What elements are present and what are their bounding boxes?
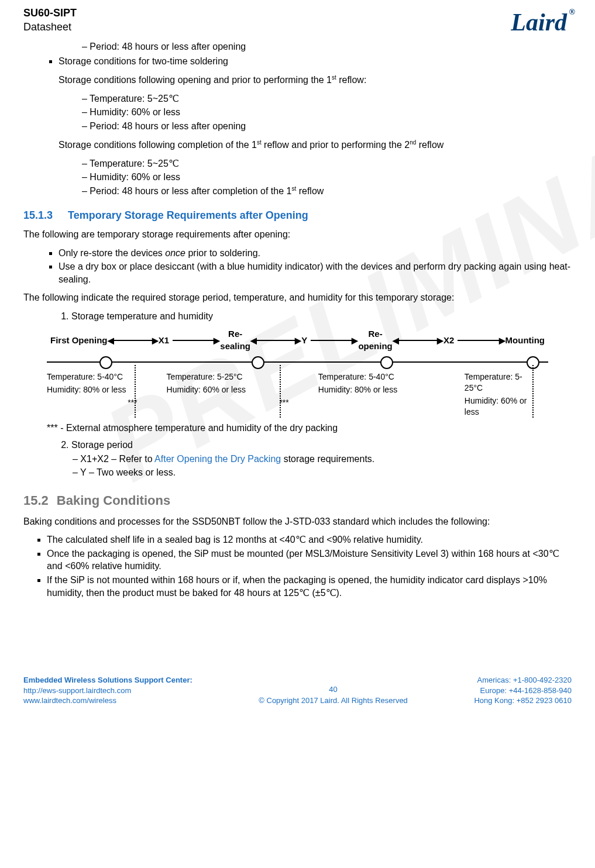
page-footer: Embedded Wireless Solutions Support Cent… bbox=[0, 675, 595, 714]
paragraph: The following are temporary storage requ… bbox=[23, 228, 572, 241]
list-item: Humidity: 60% or less bbox=[82, 171, 572, 184]
square-list: Only re-store the devices once prior to … bbox=[59, 247, 572, 286]
diagram-label: First Opening bbox=[50, 335, 108, 346]
footnote: *** - External atmosphere temperature an… bbox=[47, 422, 572, 435]
doc-subtitle: Datasheet bbox=[23, 20, 77, 34]
list-item: X1+X2 – Refer to After Opening the Dry P… bbox=[73, 453, 572, 466]
list-item: Humidity: 60% or less bbox=[82, 106, 572, 119]
timeline-line bbox=[47, 361, 548, 363]
brand-logo: Laird bbox=[511, 6, 572, 39]
text: storage requirements. bbox=[281, 454, 374, 464]
doc-title: SU60-SIPT bbox=[23, 6, 77, 20]
diagram-text: Temperature: 5-40°C bbox=[318, 371, 435, 383]
heading-number: 15.1.3 bbox=[23, 209, 53, 221]
list-item: Storage temperature and humidity bbox=[71, 310, 572, 323]
diagram-label: Re- sealing bbox=[220, 328, 250, 352]
page-number: 40 bbox=[192, 684, 474, 695]
arrow-icon bbox=[173, 340, 216, 341]
list-item: Only re-store the devices once prior to … bbox=[59, 247, 572, 260]
arrow-icon bbox=[111, 340, 155, 341]
square-list: Storage conditions for two-time solderin… bbox=[59, 55, 572, 68]
footer-text: Embedded Wireless Solutions Support Cent… bbox=[23, 675, 192, 686]
heading-text: Baking Conditions bbox=[57, 493, 170, 508]
list-item: Period: 48 hours or less after opening bbox=[82, 40, 572, 53]
diagram-text: Temperature: 5-25°C bbox=[465, 371, 536, 394]
list-item: Temperature: 5~25℃ bbox=[82, 157, 572, 170]
text: reflow bbox=[416, 140, 443, 150]
cross-ref-link[interactable]: After Opening the Dry Packing bbox=[154, 454, 281, 464]
ordered-list: Storage period X1+X2 – Refer to After Op… bbox=[59, 439, 572, 479]
list-item: Storage period X1+X2 – Refer to After Op… bbox=[71, 439, 572, 479]
text: Storage conditions following opening and… bbox=[59, 75, 332, 85]
diagram-note: *** bbox=[167, 397, 289, 408]
paragraph: The following indicate the required stor… bbox=[23, 291, 572, 304]
diagram-label: Mounting bbox=[505, 335, 545, 346]
diagram-column: Temperature: 5-25°C Humidity: 60% or les… bbox=[149, 370, 301, 419]
text: reflow: bbox=[336, 75, 367, 85]
superscript: st bbox=[332, 74, 336, 81]
diagram-note: *** bbox=[47, 397, 137, 408]
timeline-diagram: First Opening X1 Re- sealing Y Re- openi… bbox=[47, 328, 548, 419]
heading-3: 15.1.3Temporary Storage Requirements aft… bbox=[23, 208, 572, 222]
diagram-text: Humidity: 60% or less bbox=[167, 384, 289, 395]
text: X1+X2 – Refer to bbox=[80, 454, 154, 464]
diagram-text: Temperature: 5-25°C bbox=[167, 371, 289, 383]
heading-2: 15.2Baking Conditions bbox=[23, 492, 572, 509]
dash-list: Temperature: 5~25℃ Humidity: 60% or less… bbox=[82, 157, 572, 198]
page-header: SU60-SIPT Datasheet Laird bbox=[23, 6, 572, 39]
list-item: Period: 48 hours or less after opening bbox=[82, 120, 572, 133]
list-item: The calculated shelf life in a sealed ba… bbox=[47, 533, 572, 546]
diagram-column: Temperature: 5-40°C Humidity: 80% or les… bbox=[301, 370, 447, 419]
paragraph: Baking conditions and processes for the … bbox=[23, 515, 572, 528]
heading-number: 15.2 bbox=[23, 493, 49, 508]
arrow-icon bbox=[396, 340, 440, 341]
paragraph: Storage conditions following completion … bbox=[59, 139, 572, 151]
square-list: The calculated shelf life in a sealed ba… bbox=[47, 533, 572, 599]
list-item: If the SiP is not mounted within 168 hou… bbox=[47, 574, 572, 599]
diagram-label: Re- opening bbox=[358, 328, 392, 352]
dash-list: Period: 48 hours or less after opening bbox=[82, 40, 572, 53]
divider-dotted bbox=[532, 365, 535, 418]
list-item: Once the packaging is opened, the SiP mu… bbox=[47, 547, 572, 573]
diagram-label: Y bbox=[301, 335, 307, 346]
diagram-text: Humidity: 60% or less bbox=[465, 395, 536, 418]
footer-link[interactable]: www.lairdtech.com/wireless bbox=[23, 695, 192, 706]
timeline-node bbox=[99, 356, 112, 369]
diagram-label: X2 bbox=[443, 335, 454, 346]
footer-text: Americas: +1-800-492-2320 bbox=[474, 675, 572, 686]
superscript: st bbox=[257, 139, 262, 146]
dash-list: Temperature: 5~25℃ Humidity: 60% or less… bbox=[82, 92, 572, 133]
list-item: Storage conditions for two-time solderin… bbox=[59, 55, 572, 68]
divider-dotted bbox=[280, 365, 282, 418]
text: reflow bbox=[296, 186, 324, 196]
arrow-icon bbox=[458, 340, 501, 341]
heading-text: Temporary Storage Requirements after Ope… bbox=[68, 209, 308, 221]
footer-text: Europe: +44-1628-858-940 bbox=[474, 686, 572, 696]
text: prior to soldering. bbox=[185, 248, 260, 258]
text: reflow and prior to performing the 2 bbox=[262, 140, 410, 150]
divider-dotted bbox=[135, 365, 137, 418]
footer-link[interactable]: http://ews-support.lairdtech.com bbox=[23, 686, 192, 696]
copyright: © Copyright 2017 Laird. All Rights Reser… bbox=[192, 695, 474, 706]
ordered-list: Storage temperature and humidity bbox=[59, 310, 572, 323]
list-item: Temperature: 5~25℃ bbox=[82, 92, 572, 105]
arrow-icon bbox=[254, 340, 298, 341]
list-item: Period: 48 hours or less after completio… bbox=[82, 185, 572, 198]
emphasis: once bbox=[165, 248, 185, 258]
text: Period: 48 hours or less after completio… bbox=[90, 186, 291, 196]
list-item: Use a dry box or place desiccant (with a… bbox=[59, 260, 572, 285]
timeline-node bbox=[380, 356, 393, 369]
timeline-node bbox=[252, 356, 264, 369]
diagram-text: Temperature: 5-40°C bbox=[47, 371, 137, 383]
diagram-label: X1 bbox=[159, 335, 169, 346]
diagram-column: Temperature: 5-40°C Humidity: 80% or les… bbox=[47, 370, 149, 419]
text: Storage conditions following completion … bbox=[59, 140, 257, 150]
paragraph: Storage conditions following opening and… bbox=[59, 74, 572, 87]
footer-text: Hong Kong: +852 2923 0610 bbox=[474, 695, 572, 706]
text: Storage period bbox=[71, 440, 133, 450]
diagram-text: Humidity: 80% or less bbox=[47, 384, 137, 395]
arrow-icon bbox=[311, 340, 355, 341]
text: Only re-store the devices bbox=[59, 248, 165, 258]
diagram-text: Humidity: 80% or less bbox=[318, 384, 435, 395]
superscript: nd bbox=[410, 139, 416, 146]
